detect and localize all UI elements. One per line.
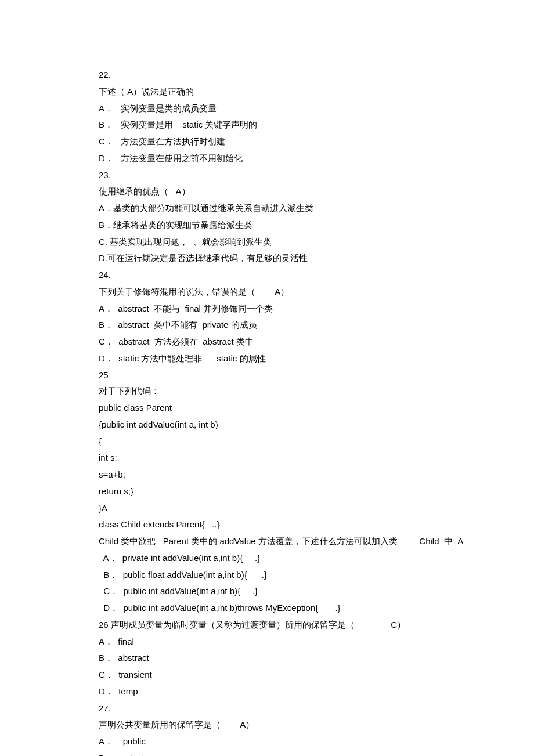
text-line: s=a+b; bbox=[99, 466, 435, 483]
text-line: 25 bbox=[99, 367, 435, 384]
text-line: D.可在运行期决定是否选择继承代码，有足够的灵活性 bbox=[99, 250, 435, 267]
text-line: A． abstract 不能与 final 并列修饰同一个类 bbox=[99, 301, 435, 317]
text-line: B．继承将基类的实现细节暴露给派生类 bbox=[99, 217, 435, 234]
text-line: C． public int addValue(int a,int b){ .} bbox=[99, 583, 435, 600]
text-line: int s; bbox=[99, 450, 435, 466]
text-line: 对于下列代码： bbox=[99, 384, 435, 400]
text-line: A． public bbox=[99, 733, 435, 750]
text-line: {public int addValue(int a, int b) bbox=[99, 417, 435, 433]
text-line: A． private int addValue(int a,int b){ .} bbox=[99, 550, 435, 567]
text-line: B． private bbox=[99, 750, 435, 756]
text-line: class Child extends Parent{ ..} bbox=[99, 516, 435, 533]
text-line: 23. bbox=[99, 167, 435, 184]
text-line: C． 方法变量在方法执行时创建 bbox=[99, 133, 435, 150]
text-line: }A bbox=[99, 500, 435, 517]
text-line: B． abstract 类中不能有 private 的成员 bbox=[99, 317, 435, 334]
text-line: A． final bbox=[99, 634, 435, 650]
text-line: D． temp bbox=[99, 683, 435, 700]
text-line: B． 实例变量是用 static 关键字声明的 bbox=[99, 117, 435, 133]
text-line: C． transient bbox=[99, 667, 435, 683]
text-line: Child 类中欲把 Parent 类中的 addValue 方法覆盖，下述什么… bbox=[99, 533, 435, 550]
text-line: B． abstract bbox=[99, 650, 435, 667]
text-line: 22. bbox=[99, 67, 435, 84]
text-line: A． 实例变量是类的成员变量 bbox=[99, 100, 435, 117]
text-line: C． abstract 方法必须在 abstract 类中 bbox=[99, 334, 435, 350]
text-line: D． 方法变量在使用之前不用初始化 bbox=[99, 150, 435, 167]
document-body: 22.下述（ A）说法是正确的A． 实例变量是类的成员变量B． 实例变量是用 s… bbox=[99, 67, 435, 756]
text-line: { bbox=[99, 433, 435, 450]
text-line: A．基类的大部分功能可以通过继承关系自动进入派生类 bbox=[99, 200, 435, 217]
text-line: public class Parent bbox=[99, 400, 435, 417]
text-line: 26 声明成员变量为临时变量（又称为过渡变量）所用的保留字是（ C） bbox=[99, 617, 435, 634]
text-line: 下列关于修饰符混用的说法，错误的是（ A） bbox=[99, 284, 435, 301]
text-line: D． static 方法中能处理非 static 的属性 bbox=[99, 350, 435, 367]
text-line: 声明公共变量所用的保留字是（ A） bbox=[99, 717, 435, 733]
text-line: 27. bbox=[99, 700, 435, 717]
text-line: 24. bbox=[99, 267, 435, 284]
text-line: C. 基类实现出现问题， 、就会影响到派生类 bbox=[99, 234, 435, 251]
text-line: 下述（ A）说法是正确的 bbox=[99, 84, 435, 100]
text-line: return s;} bbox=[99, 483, 435, 500]
text-line: D． public int addValue(int a,int b)throw… bbox=[99, 600, 435, 617]
document-page: 22.下述（ A）说法是正确的A． 实例变量是类的成员变量B． 实例变量是用 s… bbox=[0, 0, 534, 756]
text-line: 使用继承的优点（ A） bbox=[99, 183, 435, 200]
text-line: B． public float addValue(int a,int b){ .… bbox=[99, 567, 435, 584]
